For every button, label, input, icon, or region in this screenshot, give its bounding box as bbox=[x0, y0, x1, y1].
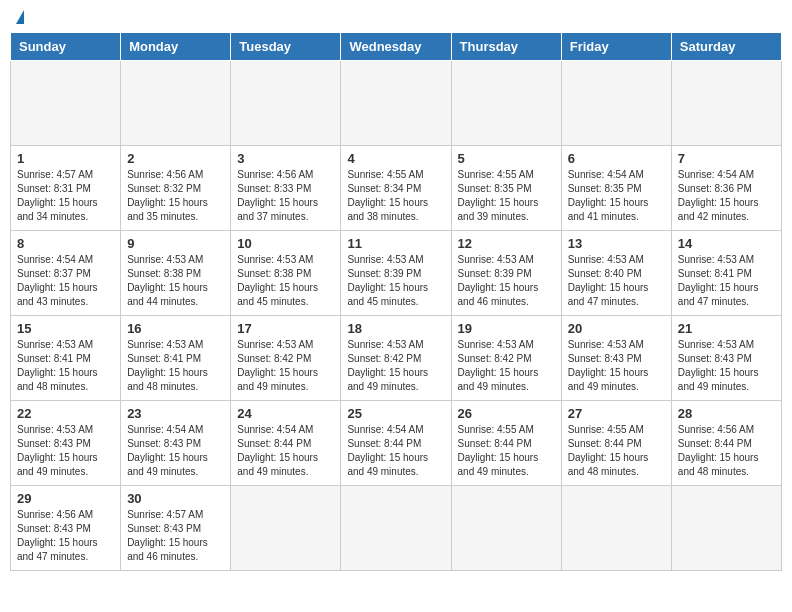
day-info: Sunrise: 4:53 AM Sunset: 8:38 PM Dayligh… bbox=[237, 253, 334, 309]
logo-triangle-icon bbox=[16, 10, 24, 24]
calendar-day-cell: 11 Sunrise: 4:53 AM Sunset: 8:39 PM Dayl… bbox=[341, 231, 451, 316]
day-info: Sunrise: 4:53 AM Sunset: 8:39 PM Dayligh… bbox=[347, 253, 444, 309]
calendar-week-row: 1 Sunrise: 4:57 AM Sunset: 8:31 PM Dayli… bbox=[11, 146, 782, 231]
day-number: 27 bbox=[568, 406, 665, 421]
day-info: Sunrise: 4:53 AM Sunset: 8:42 PM Dayligh… bbox=[458, 338, 555, 394]
logo bbox=[14, 10, 24, 24]
calendar-day-cell: 9 Sunrise: 4:53 AM Sunset: 8:38 PM Dayli… bbox=[121, 231, 231, 316]
day-info: Sunrise: 4:55 AM Sunset: 8:44 PM Dayligh… bbox=[458, 423, 555, 479]
day-info: Sunrise: 4:54 AM Sunset: 8:37 PM Dayligh… bbox=[17, 253, 114, 309]
day-number: 2 bbox=[127, 151, 224, 166]
calendar-day-cell: 29 Sunrise: 4:56 AM Sunset: 8:43 PM Dayl… bbox=[11, 486, 121, 571]
day-number: 20 bbox=[568, 321, 665, 336]
day-number: 18 bbox=[347, 321, 444, 336]
day-info: Sunrise: 4:54 AM Sunset: 8:36 PM Dayligh… bbox=[678, 168, 775, 224]
day-number: 10 bbox=[237, 236, 334, 251]
calendar-day-cell: 6 Sunrise: 4:54 AM Sunset: 8:35 PM Dayli… bbox=[561, 146, 671, 231]
calendar-day-cell bbox=[121, 61, 231, 146]
day-info: Sunrise: 4:53 AM Sunset: 8:41 PM Dayligh… bbox=[678, 253, 775, 309]
day-number: 17 bbox=[237, 321, 334, 336]
day-number: 16 bbox=[127, 321, 224, 336]
day-info: Sunrise: 4:53 AM Sunset: 8:43 PM Dayligh… bbox=[568, 338, 665, 394]
day-info: Sunrise: 4:53 AM Sunset: 8:38 PM Dayligh… bbox=[127, 253, 224, 309]
calendar-day-cell bbox=[561, 61, 671, 146]
calendar-day-cell: 20 Sunrise: 4:53 AM Sunset: 8:43 PM Dayl… bbox=[561, 316, 671, 401]
calendar-day-cell: 21 Sunrise: 4:53 AM Sunset: 8:43 PM Dayl… bbox=[671, 316, 781, 401]
day-info: Sunrise: 4:57 AM Sunset: 8:43 PM Dayligh… bbox=[127, 508, 224, 564]
day-number: 3 bbox=[237, 151, 334, 166]
day-number: 30 bbox=[127, 491, 224, 506]
calendar-day-cell: 1 Sunrise: 4:57 AM Sunset: 8:31 PM Dayli… bbox=[11, 146, 121, 231]
calendar-day-cell: 15 Sunrise: 4:53 AM Sunset: 8:41 PM Dayl… bbox=[11, 316, 121, 401]
calendar-day-cell: 5 Sunrise: 4:55 AM Sunset: 8:35 PM Dayli… bbox=[451, 146, 561, 231]
calendar-header-thursday: Thursday bbox=[451, 33, 561, 61]
calendar-day-cell: 8 Sunrise: 4:54 AM Sunset: 8:37 PM Dayli… bbox=[11, 231, 121, 316]
calendar-day-cell: 28 Sunrise: 4:56 AM Sunset: 8:44 PM Dayl… bbox=[671, 401, 781, 486]
calendar-day-cell: 10 Sunrise: 4:53 AM Sunset: 8:38 PM Dayl… bbox=[231, 231, 341, 316]
calendar-header-friday: Friday bbox=[561, 33, 671, 61]
day-number: 7 bbox=[678, 151, 775, 166]
calendar-week-row bbox=[11, 61, 782, 146]
day-info: Sunrise: 4:57 AM Sunset: 8:31 PM Dayligh… bbox=[17, 168, 114, 224]
day-number: 1 bbox=[17, 151, 114, 166]
day-number: 11 bbox=[347, 236, 444, 251]
calendar-day-cell bbox=[341, 61, 451, 146]
day-number: 9 bbox=[127, 236, 224, 251]
calendar-day-cell bbox=[671, 61, 781, 146]
calendar-header-monday: Monday bbox=[121, 33, 231, 61]
calendar-day-cell: 30 Sunrise: 4:57 AM Sunset: 8:43 PM Dayl… bbox=[121, 486, 231, 571]
day-info: Sunrise: 4:53 AM Sunset: 8:40 PM Dayligh… bbox=[568, 253, 665, 309]
calendar-day-cell: 25 Sunrise: 4:54 AM Sunset: 8:44 PM Dayl… bbox=[341, 401, 451, 486]
day-number: 26 bbox=[458, 406, 555, 421]
day-info: Sunrise: 4:56 AM Sunset: 8:43 PM Dayligh… bbox=[17, 508, 114, 564]
calendar-day-cell: 16 Sunrise: 4:53 AM Sunset: 8:41 PM Dayl… bbox=[121, 316, 231, 401]
day-number: 22 bbox=[17, 406, 114, 421]
day-info: Sunrise: 4:53 AM Sunset: 8:43 PM Dayligh… bbox=[17, 423, 114, 479]
day-info: Sunrise: 4:53 AM Sunset: 8:41 PM Dayligh… bbox=[17, 338, 114, 394]
calendar-week-row: 8 Sunrise: 4:54 AM Sunset: 8:37 PM Dayli… bbox=[11, 231, 782, 316]
calendar-day-cell: 12 Sunrise: 4:53 AM Sunset: 8:39 PM Dayl… bbox=[451, 231, 561, 316]
calendar-day-cell bbox=[451, 61, 561, 146]
calendar-day-cell: 18 Sunrise: 4:53 AM Sunset: 8:42 PM Dayl… bbox=[341, 316, 451, 401]
day-number: 5 bbox=[458, 151, 555, 166]
calendar-day-cell: 27 Sunrise: 4:55 AM Sunset: 8:44 PM Dayl… bbox=[561, 401, 671, 486]
day-info: Sunrise: 4:55 AM Sunset: 8:35 PM Dayligh… bbox=[458, 168, 555, 224]
calendar-header-row: SundayMondayTuesdayWednesdayThursdayFrid… bbox=[11, 33, 782, 61]
day-number: 14 bbox=[678, 236, 775, 251]
day-info: Sunrise: 4:56 AM Sunset: 8:33 PM Dayligh… bbox=[237, 168, 334, 224]
calendar-day-cell: 3 Sunrise: 4:56 AM Sunset: 8:33 PM Dayli… bbox=[231, 146, 341, 231]
calendar-day-cell: 24 Sunrise: 4:54 AM Sunset: 8:44 PM Dayl… bbox=[231, 401, 341, 486]
day-number: 24 bbox=[237, 406, 334, 421]
calendar-day-cell: 4 Sunrise: 4:55 AM Sunset: 8:34 PM Dayli… bbox=[341, 146, 451, 231]
calendar-header-wednesday: Wednesday bbox=[341, 33, 451, 61]
calendar-day-cell bbox=[671, 486, 781, 571]
day-info: Sunrise: 4:56 AM Sunset: 8:44 PM Dayligh… bbox=[678, 423, 775, 479]
day-info: Sunrise: 4:55 AM Sunset: 8:44 PM Dayligh… bbox=[568, 423, 665, 479]
day-number: 13 bbox=[568, 236, 665, 251]
calendar-day-cell bbox=[561, 486, 671, 571]
day-info: Sunrise: 4:54 AM Sunset: 8:44 PM Dayligh… bbox=[347, 423, 444, 479]
day-number: 12 bbox=[458, 236, 555, 251]
calendar-day-cell: 13 Sunrise: 4:53 AM Sunset: 8:40 PM Dayl… bbox=[561, 231, 671, 316]
day-number: 23 bbox=[127, 406, 224, 421]
calendar-day-cell bbox=[231, 61, 341, 146]
day-number: 8 bbox=[17, 236, 114, 251]
day-number: 6 bbox=[568, 151, 665, 166]
calendar-day-cell bbox=[11, 61, 121, 146]
calendar-day-cell: 17 Sunrise: 4:53 AM Sunset: 8:42 PM Dayl… bbox=[231, 316, 341, 401]
calendar-day-cell: 2 Sunrise: 4:56 AM Sunset: 8:32 PM Dayli… bbox=[121, 146, 231, 231]
day-info: Sunrise: 4:54 AM Sunset: 8:44 PM Dayligh… bbox=[237, 423, 334, 479]
day-number: 21 bbox=[678, 321, 775, 336]
day-info: Sunrise: 4:55 AM Sunset: 8:34 PM Dayligh… bbox=[347, 168, 444, 224]
day-info: Sunrise: 4:54 AM Sunset: 8:43 PM Dayligh… bbox=[127, 423, 224, 479]
day-info: Sunrise: 4:53 AM Sunset: 8:42 PM Dayligh… bbox=[347, 338, 444, 394]
calendar-day-cell bbox=[341, 486, 451, 571]
calendar-day-cell: 19 Sunrise: 4:53 AM Sunset: 8:42 PM Dayl… bbox=[451, 316, 561, 401]
calendar-table: SundayMondayTuesdayWednesdayThursdayFrid… bbox=[10, 32, 782, 571]
calendar-day-cell: 23 Sunrise: 4:54 AM Sunset: 8:43 PM Dayl… bbox=[121, 401, 231, 486]
calendar-header-sunday: Sunday bbox=[11, 33, 121, 61]
day-number: 25 bbox=[347, 406, 444, 421]
calendar-day-cell: 7 Sunrise: 4:54 AM Sunset: 8:36 PM Dayli… bbox=[671, 146, 781, 231]
calendar-day-cell bbox=[451, 486, 561, 571]
day-number: 19 bbox=[458, 321, 555, 336]
